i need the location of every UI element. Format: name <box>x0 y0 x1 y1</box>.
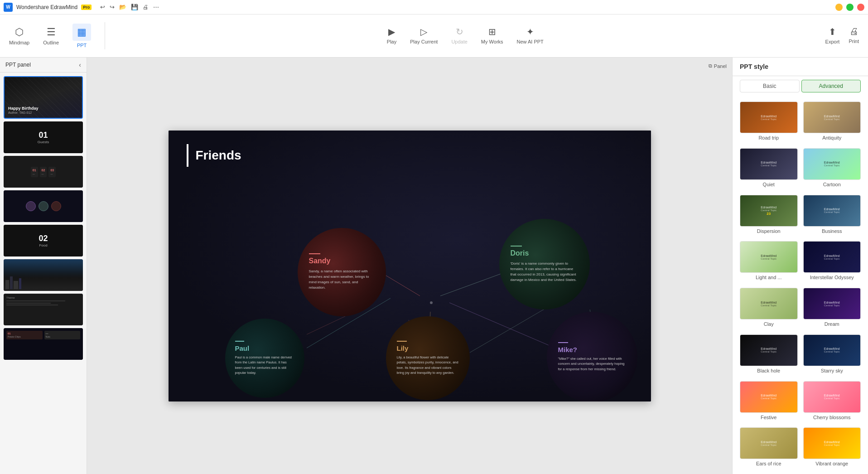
slide-1-title: Happy Birthday <box>8 106 39 111</box>
undo-btn[interactable]: ↩ <box>99 4 106 10</box>
slide-thumb-8[interactable]: 01 Potato Chips — Nuts <box>4 328 83 360</box>
style-card-business[interactable]: EdrawMind Central Topic Business <box>803 195 861 236</box>
slide-canvas[interactable]: Friends <box>169 131 651 401</box>
sandy-desc: Sandy, a name often associated with beac… <box>309 269 375 290</box>
slide-thumb-3[interactable]: 01 — 02 — 03 — <box>4 156 83 188</box>
style-card-antiquity[interactable]: EdrawMind Central Topic Antiquity <box>803 102 861 143</box>
style-card-vibrant[interactable]: EdrawMind Central Topic Vibrant orange <box>803 427 861 469</box>
slide-thumb-1[interactable]: Happy Birthday Author: TAG-012 <box>4 76 83 119</box>
style-card-black-hole[interactable]: EdrawMind Central Topic Black hole <box>740 334 798 376</box>
toolbar-ppt[interactable]: ▦ PPT <box>72 24 91 48</box>
my-works-label: My Works <box>481 39 503 45</box>
node-paul[interactable]: Paul Paul is a common male name derived … <box>225 319 304 398</box>
slide-thumb-5[interactable]: 02 Food <box>4 225 83 256</box>
lily-name: Lily <box>397 344 409 352</box>
mike-name: Mike? <box>558 346 578 353</box>
save-btn[interactable]: 💾 <box>130 4 140 10</box>
slide-title: Friends <box>196 148 241 163</box>
style-card-cartoon[interactable]: EdrawMind Central Topic Cartoon <box>803 148 861 189</box>
style-preview-clay: EdrawMind Central Topic <box>740 288 798 319</box>
style-card-light[interactable]: EdrawMind Central Topic Light and ... <box>740 241 798 282</box>
play-current-icon: ▷ <box>420 26 427 37</box>
slide-thumb-4[interactable] <box>4 190 83 222</box>
export-btn[interactable]: ⬆ Export <box>825 26 840 45</box>
slide-2-label: Guests <box>38 140 49 144</box>
style-label-interstellar: Interstellar Odyssey <box>803 275 861 280</box>
style-preview-ears-of-rice: EdrawMind Central Topic <box>740 427 798 459</box>
panel-toggle[interactable]: ⧉ Panel <box>709 63 727 69</box>
style-label-black-hole: Black hole <box>740 368 798 373</box>
paul-desc: Paul is a common male name derived from … <box>235 355 294 375</box>
style-card-clay[interactable]: EdrawMind Central Topic Clay <box>740 288 798 329</box>
right-panel: PPT style Basic Advanced EdrawMind Centr… <box>732 58 868 474</box>
doris-accent <box>511 246 522 247</box>
style-card-road-trip[interactable]: EdrawMind Central Topic Road trip <box>740 102 798 143</box>
minimize-btn[interactable] <box>835 4 843 11</box>
style-card-starry[interactable]: EdrawMind Central Topic Starry sky <box>803 334 861 376</box>
slide-2-number: 01 <box>38 131 49 140</box>
print-titlebar-btn[interactable]: 🖨 <box>141 4 150 10</box>
style-preview-starry: EdrawMind Central Topic <box>803 334 861 366</box>
slide-thumb-6[interactable] <box>4 259 83 291</box>
style-card-cherry[interactable]: EdrawMind Central Topic Cherry blossoms <box>803 381 861 422</box>
close-btn[interactable] <box>857 4 864 11</box>
tab-basic[interactable]: Basic <box>740 80 800 92</box>
redo-btn[interactable]: ↪ <box>108 4 116 10</box>
style-label-starry: Starry sky <box>803 368 861 373</box>
style-card-festive[interactable]: EdrawMind Central Topic Festive <box>740 381 798 422</box>
panel-label: Panel <box>714 63 727 69</box>
style-label-antiquity: Antiquity <box>803 135 861 140</box>
play-btn[interactable]: ▶ Play <box>387 26 396 45</box>
node-lily[interactable]: Lily Lily, a beautiful flower with delic… <box>386 316 470 400</box>
mike-desc: "Mike?" she called out, her voice filled… <box>558 356 626 372</box>
slide-5-label: Food <box>39 243 48 247</box>
style-label-quiet: Quiet <box>740 182 798 187</box>
style-label-road-trip: Road trip <box>740 135 798 140</box>
slides-panel: Happy Birthday Author: TAG-012 01 Guests <box>0 73 87 474</box>
app-title: Wondershare EdrawMind <box>16 4 77 10</box>
node-mike[interactable]: Mike? "Mike?" she called out, her voice … <box>547 312 637 401</box>
new-ai-ppt-btn[interactable]: ✦ New AI PPT <box>517 26 544 45</box>
sidebar-header: PPT panel ‹ <box>0 58 87 73</box>
play-current-btn[interactable]: ▷ Play Current <box>410 26 438 45</box>
my-works-btn[interactable]: ⊞ My Works <box>481 26 503 45</box>
new-ai-ppt-label: New AI PPT <box>517 39 544 45</box>
tab-advanced[interactable]: Advanced <box>801 80 861 92</box>
toolbar-center: ▶ Play ▷ Play Current ↻ Update ⊞ My Work… <box>119 26 811 45</box>
outline-label: Outline <box>43 40 59 45</box>
node-doris[interactable]: Doris 'Doris' is a name commonly given t… <box>499 219 590 310</box>
style-label-festive: Festive <box>740 415 798 420</box>
main-content: Friends <box>87 58 732 474</box>
toolbar-outline[interactable]: ☰ Outline <box>43 26 59 45</box>
slide-thumb-2[interactable]: 01 Guests <box>4 121 83 153</box>
style-preview-dispersion: EdrawMind Central Topic 23 <box>740 195 798 227</box>
style-preview-cartoon: EdrawMind Central Topic <box>803 148 861 180</box>
toolbar-sep <box>105 22 105 49</box>
more-btn[interactable]: ⋯ <box>152 4 160 10</box>
print-btn[interactable]: 🖨 Print <box>849 26 859 45</box>
play-current-label: Play Current <box>410 39 438 45</box>
style-card-dispersion[interactable]: EdrawMind Central Topic 23 Dispersion <box>740 195 798 236</box>
style-card-interstellar[interactable]: EdrawMind Central Topic Interstellar Ody… <box>803 241 861 282</box>
window-controls <box>835 4 864 11</box>
toolbar-mindmap[interactable]: ⬡ Mindmap <box>9 26 29 45</box>
panel-icon: ⧉ <box>709 63 712 69</box>
style-preview-business: EdrawMind Central Topic <box>803 195 861 227</box>
update-btn[interactable]: ↻ Update <box>451 26 467 45</box>
open-btn[interactable]: 📂 <box>118 4 128 10</box>
style-card-dream[interactable]: EdrawMind Central Topic Dream <box>803 288 861 329</box>
style-card-quiet[interactable]: EdrawMind Central Topic Quiet <box>740 148 798 189</box>
update-icon: ↻ <box>456 26 463 37</box>
style-card-ears-of-rice[interactable]: EdrawMind Central Topic Ears of rice <box>740 427 798 469</box>
pro-badge: Pro <box>81 5 92 10</box>
slide-thumb-7[interactable]: Theme <box>4 294 83 325</box>
sidebar-collapse-btn[interactable]: ‹ <box>79 61 81 68</box>
outline-icon: ☰ <box>47 26 56 38</box>
main-layout: PPT panel ‹ Happy Birthday Author: TAG-0… <box>0 58 868 474</box>
maximize-btn[interactable] <box>846 4 854 11</box>
style-label-dispersion: Dispersion <box>740 228 798 234</box>
node-sandy[interactable]: Sandy Sandy, a name often associated wit… <box>298 228 386 316</box>
doris-desc: 'Doris' is a name commonly given to fema… <box>511 261 579 283</box>
slide-title-area: Friends <box>187 144 241 167</box>
slide-1-subtitle: Author: TAG-012 <box>8 111 39 114</box>
